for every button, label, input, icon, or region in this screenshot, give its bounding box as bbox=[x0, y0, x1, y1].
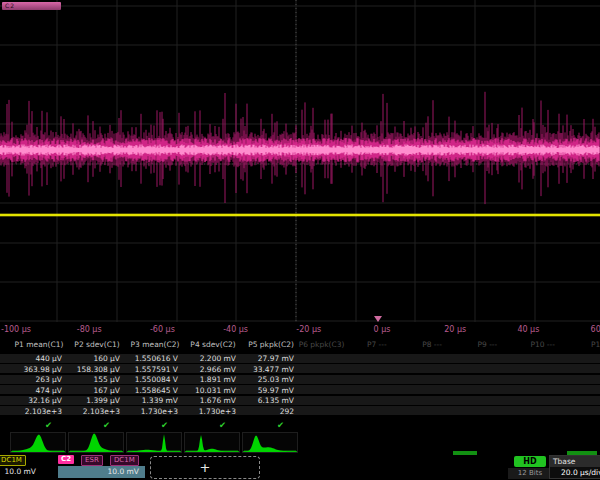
histicon-graph bbox=[69, 433, 123, 452]
histicon-shape bbox=[243, 436, 297, 453]
time-tick-label: -80 µs bbox=[57, 325, 121, 334]
oscilloscope-screen: C2 -100 µs-80 µs-60 µs-40 µs-20 µs0 µs20… bbox=[0, 0, 600, 480]
histicon[interactable] bbox=[184, 432, 240, 453]
measure-col-header[interactable]: P6 pkpk(C3) bbox=[294, 340, 349, 349]
c2-eres-badge: ESR bbox=[81, 455, 103, 466]
measure-col-header[interactable]: P4 sdev(C2) bbox=[184, 340, 242, 349]
timebase-value: 20.0 µs/div bbox=[550, 467, 600, 479]
time-tick-label: -60 µs bbox=[130, 325, 194, 334]
measure-value-cell: 32.16 µV bbox=[10, 396, 68, 405]
measure-value-cell: 160 µV bbox=[68, 354, 126, 363]
measure-value-cell: 1.730e+3 bbox=[184, 407, 242, 416]
measure-col-header[interactable]: P3 mean(C2) bbox=[126, 340, 184, 349]
measure-col-header[interactable]: P11 bbox=[571, 340, 600, 349]
timebase-descriptor[interactable]: Tbase 20.0 µs/div bbox=[549, 455, 600, 479]
measure-value-cell: 155 µV bbox=[68, 375, 126, 384]
trace-annotation-badge: C2 bbox=[2, 2, 61, 10]
measure-value-cell: 33.477 mV bbox=[242, 365, 300, 374]
time-axis: -100 µs-80 µs-60 µs-40 µs-20 µs0 µs20 µs… bbox=[0, 322, 600, 337]
measure-value-cell: 1.399 µV bbox=[68, 396, 126, 405]
channel-descriptor-c2[interactable]: C2 ESR DC1M 10.0 mV bbox=[58, 455, 145, 479]
histicon[interactable] bbox=[126, 432, 182, 453]
timebase-label: Tbase bbox=[550, 456, 600, 467]
measure-col-header[interactable]: P8 --- bbox=[405, 340, 460, 349]
descriptor-bar: C1 DC1M 10.0 mV C2 ESR DC1M 10.0 mV + HD… bbox=[0, 455, 600, 480]
time-tick-label: 0 µs bbox=[350, 325, 414, 334]
measure-value-cell: 6.135 mV bbox=[242, 396, 300, 405]
resolution-bits-label: 12 Bits bbox=[508, 468, 552, 479]
measure-value-cell: 363.98 µV bbox=[10, 365, 68, 374]
measure-value-cell: 474 µV bbox=[10, 386, 68, 395]
measure-col-header[interactable]: P9 --- bbox=[460, 340, 515, 349]
measure-value-cell: 1.339 mV bbox=[126, 396, 184, 405]
measure-value-cell: 59.97 mV bbox=[242, 386, 300, 395]
time-tick-label: 20 µs bbox=[423, 325, 487, 334]
waveform-display[interactable] bbox=[0, 0, 600, 322]
measure-value-cell: 2.966 mV bbox=[184, 365, 242, 374]
measure-col-header[interactable]: P5 pkpk(C2) bbox=[242, 340, 300, 349]
measure-value-cell: 158.308 µV bbox=[68, 365, 126, 374]
measure-value-cell: 25.03 mV bbox=[242, 375, 300, 384]
measure-value-cell: 1.558645 V bbox=[126, 386, 184, 395]
histicon-shape bbox=[127, 434, 181, 452]
add-trace-button[interactable]: + bbox=[150, 456, 260, 479]
measure-value-cell: 1.891 mV bbox=[184, 375, 242, 384]
measure-value-cell: 440 µV bbox=[10, 354, 68, 363]
histicon-graph bbox=[185, 433, 239, 452]
histicon[interactable] bbox=[68, 432, 124, 453]
measure-value-cell: 292 bbox=[242, 407, 300, 416]
channel-descriptor-c1[interactable]: C1 DC1M 10.0 mV bbox=[0, 455, 57, 479]
histicon-shape bbox=[69, 434, 123, 453]
c2-scale-value: 10.0 mV bbox=[58, 466, 145, 478]
time-tick-label: 60 µs bbox=[570, 325, 600, 334]
histicon[interactable] bbox=[10, 432, 66, 453]
c1-trace[interactable] bbox=[0, 214, 600, 217]
c2-coupling-badge: DC1M bbox=[110, 455, 139, 466]
time-tick-label: -100 µs bbox=[0, 325, 48, 334]
histicon-shape bbox=[185, 435, 239, 452]
c1-scale-value: 10.0 mV bbox=[0, 466, 42, 478]
measure-value-cell: 1.730e+3 bbox=[126, 407, 184, 416]
histicon-graph bbox=[11, 433, 65, 452]
histicon-graph bbox=[243, 433, 297, 452]
measure-status-check: ✔ bbox=[242, 420, 298, 430]
measure-status-check: ✔ bbox=[68, 420, 124, 430]
measure-value-cell: 167 µV bbox=[68, 386, 126, 395]
measure-table: 440 µV160 µV1.550616 V2.200 mV27.97 mV36… bbox=[0, 338, 600, 431]
time-tick-label: -40 µs bbox=[204, 325, 268, 334]
measure-status-check: ✔ bbox=[184, 420, 240, 430]
measure-col-header[interactable]: P2 sdev(C1) bbox=[68, 340, 126, 349]
time-tick-label: 40 µs bbox=[496, 325, 560, 334]
measure-value-cell: 2.200 mV bbox=[184, 354, 242, 363]
c2-trace-core[interactable] bbox=[0, 145, 599, 156]
histicon-shape bbox=[11, 435, 65, 452]
hd-mode-badge: HD bbox=[514, 456, 546, 467]
measure-value-cell: 263 µV bbox=[10, 375, 68, 384]
measure-col-header[interactable]: P7 --- bbox=[349, 340, 404, 349]
histicon[interactable] bbox=[242, 432, 298, 453]
measure-value-cell: 1.550616 V bbox=[126, 354, 184, 363]
time-tick-label: -20 µs bbox=[277, 325, 341, 334]
measure-col-header[interactable]: P10 --- bbox=[515, 340, 570, 349]
measure-value-cell: 1.550084 V bbox=[126, 375, 184, 384]
measure-value-cell: 2.103e+3 bbox=[10, 407, 68, 416]
c2-channel-badge: C2 bbox=[58, 455, 74, 464]
measure-value-cell: 2.103e+3 bbox=[68, 407, 126, 416]
measure-col-header[interactable]: P1 mean(C1) bbox=[10, 340, 68, 349]
histicon-strip bbox=[0, 432, 600, 453]
measure-value-cell: 27.97 mV bbox=[242, 354, 300, 363]
measure-value-cell: 1.557591 V bbox=[126, 365, 184, 374]
measure-status-check: ✔ bbox=[126, 420, 182, 430]
measure-value-cell: 10.031 mV bbox=[184, 386, 242, 395]
measure-status-check: ✔ bbox=[10, 420, 66, 430]
histicon-graph bbox=[127, 433, 181, 452]
c1-coupling-badge: DC1M bbox=[0, 455, 26, 466]
measure-value-cell: 1.676 mV bbox=[184, 396, 242, 405]
